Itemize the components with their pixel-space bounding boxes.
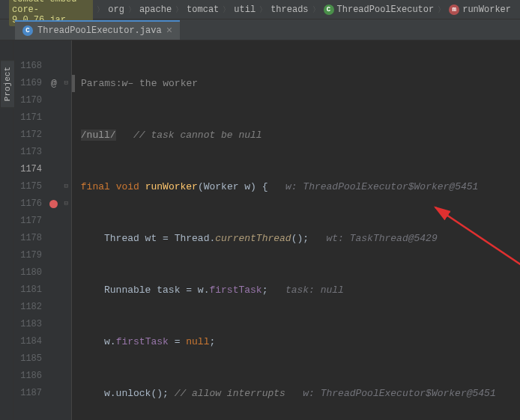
crumb-pkg[interactable]: org [105,4,127,15]
chevron-right-icon: 〉 [438,4,445,15]
fold-icon[interactable]: ⊟ [64,75,68,92]
fold-icon[interactable]: ⊟ [64,178,68,195]
crumb-class[interactable]: CThreadPoolExecutor [321,4,438,15]
breadcrumb: tomcat-embed-core-9.0.76.jar 〉 org 〉 apa… [0,0,520,19]
crumb-pkg[interactable]: threads [267,4,311,15]
params-hint: Params: w – the worker [72,75,520,92]
method-icon: m [449,4,459,15]
crumb-pkg[interactable]: tomcat [184,4,222,15]
breakpoint-icon[interactable] [49,200,58,208]
chevron-right-icon: 〉 [312,4,320,15]
chevron-right-icon: 〉 [259,4,267,15]
class-icon: C [324,4,334,15]
gutter-icons[interactable]: @⊟ ⊟ ⊟ [46,40,72,420]
code-line[interactable]: Thread wt = Thread.currentThread(); wt: … [72,230,520,247]
crumb-pkg[interactable]: apache [136,4,175,15]
fold-icon[interactable]: ⊟ [64,195,68,213]
code-line[interactable]: final void runWorker(Worker w) { w: Thre… [72,178,520,195]
chevron-right-icon: 〉 [175,4,183,15]
tab-file[interactable]: C ThreadPoolExecutor.java × [15,20,180,40]
override-icon[interactable]: @ [51,75,57,92]
close-icon[interactable]: × [166,25,172,36]
code-line[interactable]: w.firstTask = null; [72,333,520,350]
code-line[interactable]: Runnable task = w.firstTask; task: null [72,281,520,299]
chevron-right-icon: 〉 [223,4,230,15]
line-numbers: 1168116911701171117211731174117511761177… [13,40,46,420]
code-line[interactable]: /null/ // task cannot be null [72,127,520,144]
tab-label: ThreadPoolExecutor.java [37,25,162,36]
code-area[interactable]: Params: w – the worker /null/ // task ca… [72,40,520,420]
sidebar-project[interactable]: Project [0,60,15,108]
code-line[interactable]: w.unlock(); // allow interrupts w: Threa… [72,385,520,402]
chevron-right-icon: 〉 [97,4,104,15]
crumb-method[interactable]: mrunWorker [446,4,514,15]
chevron-right-icon: 〉 [128,4,136,15]
editor-tabs: C ThreadPoolExecutor.java × [0,19,520,40]
class-icon: C [22,25,33,36]
crumb-pkg[interactable]: util [231,4,259,15]
